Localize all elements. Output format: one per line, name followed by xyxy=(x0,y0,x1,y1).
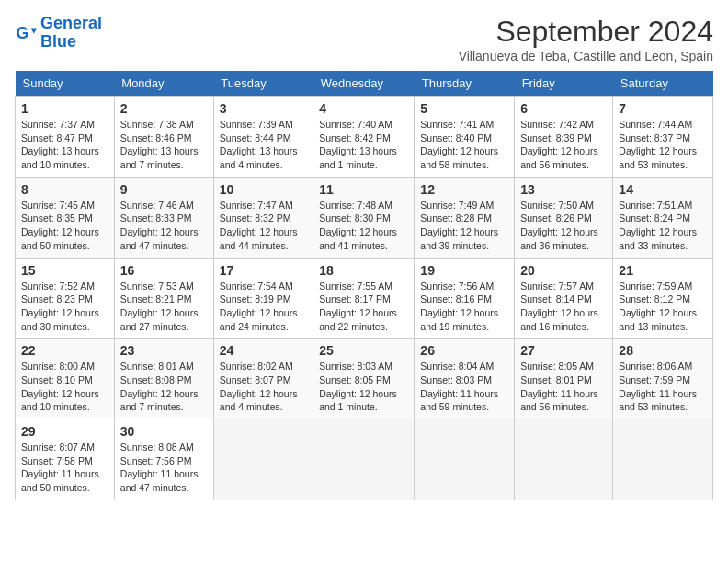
day-info: Sunrise: 7:51 AM Sunset: 8:24 PM Dayligh… xyxy=(619,199,707,253)
calendar-cell: 24 Sunrise: 8:02 AM Sunset: 8:07 PM Dayl… xyxy=(213,339,313,419)
day-number: 3 xyxy=(220,101,307,116)
column-header-thursday: Thursday xyxy=(415,71,515,97)
calendar-cell: 5 Sunrise: 7:41 AM Sunset: 8:40 PM Dayli… xyxy=(415,97,515,178)
logo: G General Blue xyxy=(15,15,102,52)
week-row-5: 29 Sunrise: 8:07 AM Sunset: 7:58 PM Dayl… xyxy=(16,419,713,500)
calendar-cell: 20 Sunrise: 7:57 AM Sunset: 8:14 PM Dayl… xyxy=(515,258,613,339)
title-block: September 2024 Villanueva de Teba, Casti… xyxy=(459,15,713,63)
calendar-cell: 15 Sunrise: 7:52 AM Sunset: 8:23 PM Dayl… xyxy=(16,258,115,339)
calendar-cell xyxy=(213,419,313,500)
day-number: 28 xyxy=(619,343,707,358)
day-info: Sunrise: 7:55 AM Sunset: 8:17 PM Dayligh… xyxy=(319,280,408,334)
day-info: Sunrise: 7:49 AM Sunset: 8:28 PM Dayligh… xyxy=(420,199,508,253)
calendar-cell: 27 Sunrise: 8:05 AM Sunset: 8:01 PM Dayl… xyxy=(515,339,613,419)
day-info: Sunrise: 7:46 AM Sunset: 8:33 PM Dayligh… xyxy=(120,199,208,253)
day-number: 21 xyxy=(619,263,707,278)
calendar-cell: 12 Sunrise: 7:49 AM Sunset: 8:28 PM Dayl… xyxy=(415,177,515,258)
day-number: 11 xyxy=(319,182,408,197)
calendar-cell xyxy=(515,419,613,500)
header-row: SundayMondayTuesdayWednesdayThursdayFrid… xyxy=(16,71,713,97)
calendar-cell: 17 Sunrise: 7:54 AM Sunset: 8:19 PM Dayl… xyxy=(213,258,313,339)
day-number: 25 xyxy=(319,343,408,358)
calendar-cell: 22 Sunrise: 8:00 AM Sunset: 8:10 PM Dayl… xyxy=(16,339,115,419)
column-header-wednesday: Wednesday xyxy=(313,71,415,97)
calendar-table: SundayMondayTuesdayWednesdayThursdayFrid… xyxy=(15,71,713,500)
column-header-sunday: Sunday xyxy=(16,71,115,97)
day-number: 22 xyxy=(21,343,108,358)
day-info: Sunrise: 8:01 AM Sunset: 8:08 PM Dayligh… xyxy=(120,360,208,414)
day-info: Sunrise: 7:57 AM Sunset: 8:14 PM Dayligh… xyxy=(520,280,607,334)
day-info: Sunrise: 8:06 AM Sunset: 7:59 PM Dayligh… xyxy=(619,360,707,414)
calendar-cell: 26 Sunrise: 8:04 AM Sunset: 8:03 PM Dayl… xyxy=(415,339,515,419)
page-header: G General Blue September 2024 Villanueva… xyxy=(15,15,713,63)
day-info: Sunrise: 7:50 AM Sunset: 8:26 PM Dayligh… xyxy=(520,199,607,253)
month-title: September 2024 xyxy=(459,15,713,49)
calendar-cell: 2 Sunrise: 7:38 AM Sunset: 8:46 PM Dayli… xyxy=(114,97,213,178)
day-info: Sunrise: 7:56 AM Sunset: 8:16 PM Dayligh… xyxy=(420,280,508,334)
day-number: 2 xyxy=(120,101,208,116)
day-info: Sunrise: 7:44 AM Sunset: 8:37 PM Dayligh… xyxy=(619,118,707,172)
calendar-cell: 3 Sunrise: 7:39 AM Sunset: 8:44 PM Dayli… xyxy=(213,97,313,178)
day-number: 29 xyxy=(21,424,108,439)
day-info: Sunrise: 8:00 AM Sunset: 8:10 PM Dayligh… xyxy=(21,360,108,414)
day-info: Sunrise: 8:04 AM Sunset: 8:03 PM Dayligh… xyxy=(420,360,508,414)
column-header-monday: Monday xyxy=(114,71,213,97)
day-number: 10 xyxy=(220,182,307,197)
calendar-cell: 11 Sunrise: 7:48 AM Sunset: 8:30 PM Dayl… xyxy=(313,177,415,258)
day-info: Sunrise: 7:42 AM Sunset: 8:39 PM Dayligh… xyxy=(520,118,607,172)
calendar-cell: 30 Sunrise: 8:08 AM Sunset: 7:56 PM Dayl… xyxy=(114,419,213,500)
logo-icon: G xyxy=(15,22,37,44)
calendar-cell xyxy=(613,419,713,500)
calendar-cell: 13 Sunrise: 7:50 AM Sunset: 8:26 PM Dayl… xyxy=(515,177,613,258)
day-info: Sunrise: 7:59 AM Sunset: 8:12 PM Dayligh… xyxy=(619,280,707,334)
calendar-cell: 25 Sunrise: 8:03 AM Sunset: 8:05 PM Dayl… xyxy=(313,339,415,419)
day-number: 16 xyxy=(120,263,208,278)
day-number: 8 xyxy=(21,182,108,197)
calendar-cell xyxy=(313,419,415,500)
week-row-1: 1 Sunrise: 7:37 AM Sunset: 8:47 PM Dayli… xyxy=(16,97,713,178)
day-number: 1 xyxy=(21,101,108,116)
day-info: Sunrise: 7:41 AM Sunset: 8:40 PM Dayligh… xyxy=(420,118,508,172)
day-info: Sunrise: 7:54 AM Sunset: 8:19 PM Dayligh… xyxy=(220,280,307,334)
calendar-cell xyxy=(415,419,515,500)
day-info: Sunrise: 7:53 AM Sunset: 8:21 PM Dayligh… xyxy=(120,280,208,334)
svg-marker-1 xyxy=(31,28,37,33)
calendar-cell: 14 Sunrise: 7:51 AM Sunset: 8:24 PM Dayl… xyxy=(613,177,713,258)
day-number: 6 xyxy=(520,101,607,116)
day-info: Sunrise: 8:07 AM Sunset: 7:58 PM Dayligh… xyxy=(21,441,108,495)
day-info: Sunrise: 7:45 AM Sunset: 8:35 PM Dayligh… xyxy=(21,199,108,253)
day-info: Sunrise: 7:40 AM Sunset: 8:42 PM Dayligh… xyxy=(319,118,408,172)
column-header-tuesday: Tuesday xyxy=(213,71,313,97)
calendar-cell: 29 Sunrise: 8:07 AM Sunset: 7:58 PM Dayl… xyxy=(16,419,115,500)
day-number: 17 xyxy=(220,263,307,278)
calendar-cell: 7 Sunrise: 7:44 AM Sunset: 8:37 PM Dayli… xyxy=(613,97,713,178)
day-number: 20 xyxy=(520,263,607,278)
day-number: 26 xyxy=(420,343,508,358)
calendar-cell: 21 Sunrise: 7:59 AM Sunset: 8:12 PM Dayl… xyxy=(613,258,713,339)
day-info: Sunrise: 7:37 AM Sunset: 8:47 PM Dayligh… xyxy=(21,118,108,172)
day-number: 4 xyxy=(319,101,408,116)
day-number: 5 xyxy=(420,101,508,116)
calendar-cell: 19 Sunrise: 7:56 AM Sunset: 8:16 PM Dayl… xyxy=(415,258,515,339)
day-number: 14 xyxy=(619,182,707,197)
day-info: Sunrise: 7:47 AM Sunset: 8:32 PM Dayligh… xyxy=(220,199,307,253)
day-info: Sunrise: 8:02 AM Sunset: 8:07 PM Dayligh… xyxy=(220,360,307,414)
week-row-4: 22 Sunrise: 8:00 AM Sunset: 8:10 PM Dayl… xyxy=(16,339,713,419)
calendar-cell: 8 Sunrise: 7:45 AM Sunset: 8:35 PM Dayli… xyxy=(16,177,115,258)
day-info: Sunrise: 8:08 AM Sunset: 7:56 PM Dayligh… xyxy=(120,441,208,495)
day-info: Sunrise: 7:38 AM Sunset: 8:46 PM Dayligh… xyxy=(120,118,208,172)
logo-text: General Blue xyxy=(40,15,102,52)
svg-text:G: G xyxy=(17,23,29,41)
location: Villanueva de Teba, Castille and Leon, S… xyxy=(459,49,713,63)
calendar-cell: 9 Sunrise: 7:46 AM Sunset: 8:33 PM Dayli… xyxy=(114,177,213,258)
day-number: 24 xyxy=(220,343,307,358)
day-number: 18 xyxy=(319,263,408,278)
week-row-2: 8 Sunrise: 7:45 AM Sunset: 8:35 PM Dayli… xyxy=(16,177,713,258)
calendar-cell: 6 Sunrise: 7:42 AM Sunset: 8:39 PM Dayli… xyxy=(515,97,613,178)
calendar-cell: 4 Sunrise: 7:40 AM Sunset: 8:42 PM Dayli… xyxy=(313,97,415,178)
day-number: 12 xyxy=(420,182,508,197)
day-number: 15 xyxy=(21,263,108,278)
calendar-cell: 16 Sunrise: 7:53 AM Sunset: 8:21 PM Dayl… xyxy=(114,258,213,339)
calendar-cell: 1 Sunrise: 7:37 AM Sunset: 8:47 PM Dayli… xyxy=(16,97,115,178)
column-header-friday: Friday xyxy=(515,71,613,97)
